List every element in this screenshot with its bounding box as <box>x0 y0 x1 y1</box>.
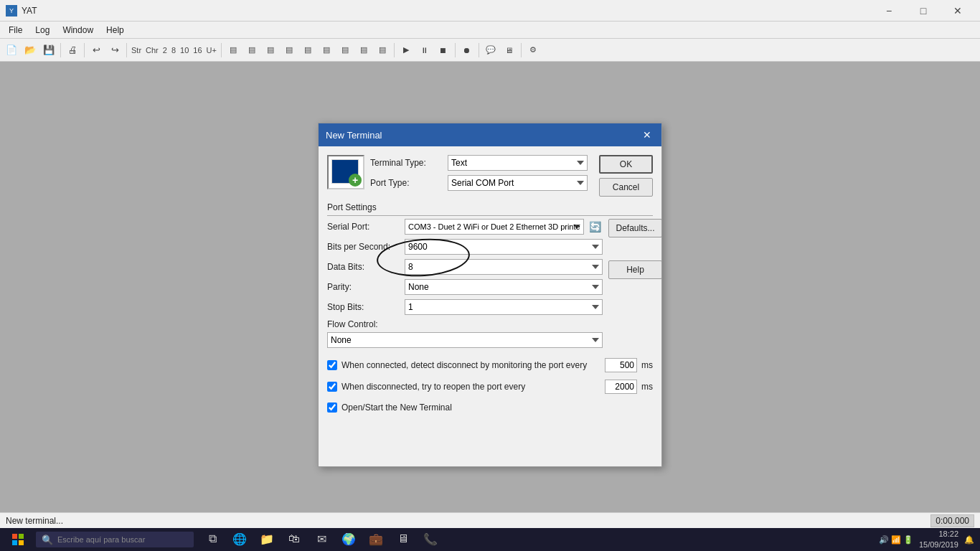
toolbar-btn3[interactable]: ▤ <box>262 42 279 59</box>
toolbar-open[interactable]: 📂 <box>22 42 39 59</box>
toolbar-btn9[interactable]: ▤ <box>374 42 391 59</box>
disconnect-ms-input[interactable] <box>605 358 637 372</box>
disconnect-ms-label: ms <box>641 360 653 370</box>
taskbar-edge[interactable]: 🌐 <box>227 528 253 551</box>
svg-rect-3 <box>19 540 24 545</box>
toolbar-new[interactable]: 📄 <box>3 42 20 59</box>
reconnect-checkbox[interactable] <box>327 382 337 392</box>
data-bits-select[interactable]: 8 7 6 5 <box>405 259 603 275</box>
taskbar-mail[interactable]: ✉ <box>308 528 334 551</box>
terminal-type-fields: Terminal Type: Text Binary Port Type: Se… <box>370 155 588 191</box>
taskbar-search[interactable]: 🔍 Escribe aquí para buscar <box>36 532 194 547</box>
start-button[interactable] <box>0 528 36 551</box>
toolbar-btn4[interactable]: ▤ <box>281 42 298 59</box>
flow-control-label: Flow Control: <box>327 319 378 329</box>
taskbar-explorer[interactable]: 📁 <box>254 528 280 551</box>
stop-bits-row: Stop Bits: 1 1.5 2 <box>327 299 603 315</box>
taskbar-date-value: 15/09/2019 <box>919 540 958 550</box>
app-title: YAT <box>22 6 37 16</box>
bits-per-second-row: Bits per Second: 9600 115200 <box>327 239 603 255</box>
disconnect-detect-checkbox[interactable] <box>327 360 337 370</box>
defaults-button[interactable]: Defaults... <box>608 219 662 237</box>
minimize-button[interactable]: − <box>872 3 905 19</box>
toolbar-stop[interactable]: ⏹ <box>435 42 452 59</box>
terminal-add-badge: + <box>349 174 362 187</box>
parity-label: Parity: <box>327 282 399 292</box>
status-time: 0:00.000 <box>930 514 974 527</box>
svg-rect-1 <box>19 534 24 539</box>
menu-help[interactable]: Help <box>100 24 130 37</box>
taskbar-phone[interactable]: 📞 <box>418 528 443 551</box>
toolbar-comment[interactable]: 💬 <box>482 42 499 59</box>
maximize-button[interactable]: □ <box>907 3 940 19</box>
toolbar-btn5[interactable]: ▤ <box>299 42 316 59</box>
toolbar-str: Str <box>130 46 143 55</box>
toolbar-btn1[interactable]: ▤ <box>225 42 242 59</box>
main-area: New Terminal ✕ + Terminal Type <box>0 62 980 528</box>
taskbar-time-value: 18:22 <box>919 529 958 540</box>
cancel-button[interactable]: Cancel <box>599 178 653 197</box>
dialog-title: New Terminal <box>326 130 382 141</box>
toolbar-sep3 <box>126 43 127 57</box>
toolbar-sep2 <box>84 43 85 57</box>
data-bits-label: Data Bits: <box>327 262 399 272</box>
toolbar-btn7[interactable]: ▤ <box>336 42 354 59</box>
data-bits-row: Data Bits: 8 7 6 5 <box>327 259 603 275</box>
taskbar-notification[interactable]: 🔔 <box>964 535 974 545</box>
toolbar-sep4 <box>221 43 222 57</box>
toolbar-play[interactable]: ▶ <box>397 42 415 59</box>
taskbar: 🔍 Escribe aquí para buscar ⧉ 🌐 📁 🛍 ✉ 🌍 💼… <box>0 528 980 551</box>
serial-port-label: Serial Port: <box>327 222 399 232</box>
ok-button[interactable]: OK <box>599 155 653 174</box>
taskbar-display[interactable]: 🖥 <box>390 528 416 551</box>
taskbar-task-view[interactable]: ⧉ <box>199 528 225 551</box>
serial-port-select[interactable]: COM3 - Duet 2 WiFi or Duet 2 Ethernet 3D… <box>405 219 584 235</box>
taskbar-chrome[interactable]: 🌍 <box>336 528 362 551</box>
toolbar-chr: Chr <box>144 46 160 55</box>
menu-window[interactable]: Window <box>57 24 99 37</box>
flow-control-select[interactable]: None RTS/CTS XON/XOFF <box>327 332 603 348</box>
toolbar-2: 2 <box>161 46 169 55</box>
svg-rect-2 <box>12 540 17 545</box>
toolbar-undo[interactable]: ↩ <box>88 42 105 59</box>
dialog-close-button[interactable]: ✕ <box>640 128 654 142</box>
parity-select[interactable]: None Even Odd <box>405 279 603 295</box>
toolbar-print[interactable]: 🖨 <box>64 42 81 59</box>
toolbar-monitor[interactable]: 🖥 <box>501 42 518 59</box>
port-type-row: Port Type: Serial COM Port TCP/IP Client… <box>370 175 588 191</box>
flow-control-section: Flow Control: None RTS/CTS XON/XOFF <box>327 319 603 348</box>
disconnect-detect-text: When connected, detect disconnect by mon… <box>341 360 600 370</box>
toolbar-btn2[interactable]: ▤ <box>243 42 260 59</box>
stop-bits-select[interactable]: 1 1.5 2 <box>405 299 603 315</box>
taskbar-store[interactable]: 🛍 <box>281 528 307 551</box>
toolbar-rec[interactable]: ⏺ <box>458 42 476 59</box>
bits-per-second-select[interactable]: 9600 115200 <box>405 239 603 255</box>
refresh-ports-button[interactable]: 🔄 <box>587 219 603 235</box>
toolbar-u+: U+ <box>205 46 218 55</box>
toolbar-save[interactable]: 💾 <box>40 42 57 59</box>
open-start-checkbox[interactable] <box>327 402 337 413</box>
toolbar-10: 10 <box>179 46 190 55</box>
toolbar-sep7 <box>479 43 479 57</box>
toolbar-redo[interactable]: ↪ <box>106 42 123 59</box>
dialog-action-buttons: OK Cancel <box>599 155 653 197</box>
parity-row: Parity: None Even Odd <box>327 279 603 295</box>
port-type-select[interactable]: Serial COM Port TCP/IP Client TCP/IP Ser… <box>448 175 588 191</box>
toolbar-pause[interactable]: ⏸ <box>416 42 433 59</box>
toolbar-settings[interactable]: ⚙ <box>524 42 542 59</box>
dialog-title-bar: New Terminal ✕ <box>319 123 661 146</box>
terminal-type-select[interactable]: Text Binary <box>448 155 588 171</box>
menu-file[interactable]: File <box>3 24 28 37</box>
toolbar-sep5 <box>394 43 395 57</box>
menu-log[interactable]: Log <box>29 24 55 37</box>
close-button[interactable]: ✕ <box>941 3 974 19</box>
reconnect-ms-label: ms <box>641 382 653 392</box>
stop-bits-label: Stop Bits: <box>327 302 399 312</box>
toolbar-sep1 <box>60 43 61 57</box>
open-start-row: Open/Start the New Terminal <box>327 402 653 413</box>
taskbar-vmware[interactable]: 💼 <box>363 528 389 551</box>
reconnect-ms-input[interactable] <box>605 380 637 394</box>
toolbar-btn6[interactable]: ▤ <box>318 42 335 59</box>
toolbar-btn8[interactable]: ▤ <box>355 42 372 59</box>
help-button[interactable]: Help <box>608 260 662 279</box>
